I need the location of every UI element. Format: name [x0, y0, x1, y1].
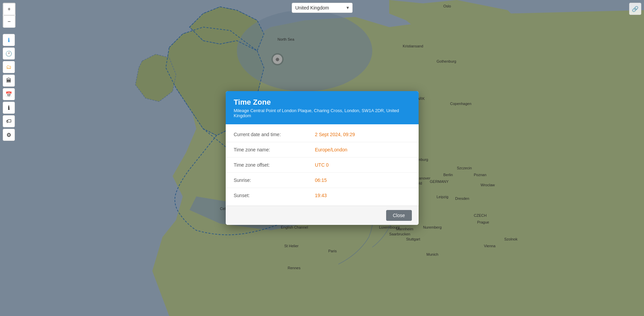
sunset-row: Sunset: 19:43 — [226, 188, 419, 203]
close-button[interactable]: Close — [386, 210, 412, 221]
sunrise-label: Sunrise: — [234, 177, 315, 183]
sunset-value: 19:43 — [315, 193, 327, 198]
sunset-label: Sunset: — [234, 193, 315, 198]
timezone-offset-value: UTC 0 — [315, 162, 329, 168]
modal-overlay: Time Zone Mileage Central Point of Londo… — [0, 0, 644, 316]
timezone-offset-label: Time zone offset: — [234, 162, 315, 168]
datetime-value: 2 Sept 2024, 09:29 — [315, 132, 355, 137]
timezone-name-label: Time zone name: — [234, 147, 315, 152]
timezone-name-value: Europe/London — [315, 147, 348, 152]
sunrise-row: Sunrise: 06:15 — [226, 173, 419, 188]
timezone-name-row: Time zone name: Europe/London — [226, 142, 419, 157]
dialog-subtitle: Mileage Central Point of London Plaque, … — [234, 108, 410, 118]
dialog-body: Current date and time: 2 Sept 2024, 09:2… — [226, 124, 419, 206]
datetime-row: Current date and time: 2 Sept 2024, 09:2… — [226, 127, 419, 142]
dialog-header: Time Zone Mileage Central Point of Londo… — [226, 91, 419, 124]
sunrise-value: 06:15 — [315, 177, 327, 183]
timezone-dialog: Time Zone Mileage Central Point of Londo… — [226, 91, 419, 225]
timezone-offset-row: Time zone offset: UTC 0 — [226, 157, 419, 173]
datetime-label: Current date and time: — [234, 132, 315, 137]
dialog-footer: Close — [226, 206, 419, 225]
dialog-title: Time Zone — [234, 98, 410, 107]
